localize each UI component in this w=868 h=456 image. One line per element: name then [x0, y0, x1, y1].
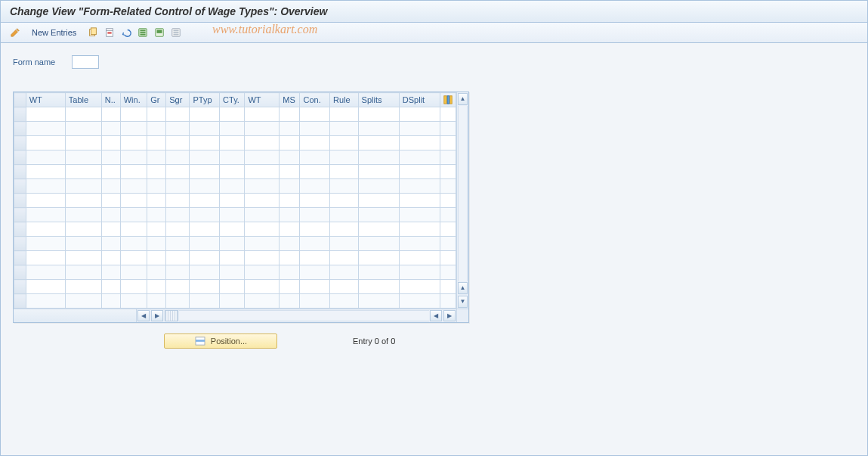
- table-row[interactable]: [14, 107, 456, 122]
- vertical-scrollbar[interactable]: ▲ ▲ ▼: [456, 92, 468, 309]
- scroll-left-button[interactable]: ◀: [137, 310, 150, 321]
- grid-cell[interactable]: [245, 251, 280, 265]
- grid-cell[interactable]: [300, 208, 330, 222]
- grid-cell[interactable]: [358, 179, 399, 194]
- grid-cell[interactable]: [101, 237, 120, 251]
- col-header[interactable]: WT: [245, 93, 280, 107]
- col-header[interactable]: Win.: [120, 93, 147, 107]
- grid-cell[interactable]: [65, 222, 101, 237]
- grid-cell[interactable]: [280, 150, 300, 165]
- row-selector[interactable]: [14, 165, 26, 179]
- row-selector[interactable]: [14, 208, 26, 222]
- col-header[interactable]: Table: [65, 93, 101, 107]
- grid-cell[interactable]: [220, 107, 245, 122]
- grid-cell[interactable]: [26, 265, 65, 280]
- row-selector[interactable]: [14, 179, 26, 194]
- grid-cell[interactable]: [245, 294, 280, 309]
- new-entries-button[interactable]: New Entries: [25, 26, 83, 39]
- table-row[interactable]: [14, 194, 456, 208]
- grid-cell[interactable]: [358, 136, 399, 150]
- grid-cell[interactable]: [166, 294, 190, 309]
- grid-cell[interactable]: [300, 122, 330, 136]
- grid-cell[interactable]: [330, 251, 359, 265]
- grid-cell[interactable]: [26, 280, 65, 294]
- grid-cell[interactable]: [166, 237, 190, 251]
- grid-cell[interactable]: [147, 237, 166, 251]
- horizontal-scrollbar[interactable]: ◀ ▶ ◀ ▶: [14, 309, 468, 322]
- grid-cell[interactable]: [101, 265, 120, 280]
- select-all-icon[interactable]: [136, 26, 150, 39]
- row-selector[interactable]: [14, 222, 26, 237]
- configure-columns-icon[interactable]: [440, 93, 456, 107]
- col-header[interactable]: WT: [26, 93, 65, 107]
- grid-cell[interactable]: [245, 280, 280, 294]
- grid-cell[interactable]: [220, 265, 245, 280]
- grid-cell[interactable]: [220, 222, 245, 237]
- grid-cell[interactable]: [220, 208, 245, 222]
- grid-cell[interactable]: [147, 294, 166, 309]
- grid-cell[interactable]: [147, 280, 166, 294]
- grid-cell[interactable]: [101, 208, 120, 222]
- table-row[interactable]: [14, 265, 456, 280]
- grid-cell[interactable]: [190, 237, 220, 251]
- scroll-down-button[interactable]: ▼: [458, 296, 468, 308]
- grid-cell[interactable]: [399, 107, 440, 122]
- table-row[interactable]: [14, 237, 456, 251]
- grid-cell[interactable]: [190, 107, 220, 122]
- grid-cell[interactable]: [399, 265, 440, 280]
- grid-cell[interactable]: [65, 294, 101, 309]
- position-button[interactable]: Position...: [164, 333, 277, 349]
- grid-cell[interactable]: [190, 194, 220, 208]
- grid-cell[interactable]: [245, 265, 280, 280]
- grid-cell[interactable]: [300, 294, 330, 309]
- grid-cell[interactable]: [330, 122, 359, 136]
- copy-icon[interactable]: [86, 26, 100, 39]
- grid-cell[interactable]: [358, 251, 399, 265]
- grid-cell[interactable]: [26, 294, 65, 309]
- grid-cell[interactable]: [101, 222, 120, 237]
- grid-cell[interactable]: [358, 165, 399, 179]
- grid-cell[interactable]: [101, 107, 120, 122]
- grid-cell[interactable]: [245, 222, 280, 237]
- grid-cell[interactable]: [147, 222, 166, 237]
- table-row[interactable]: [14, 222, 456, 237]
- grid-cell[interactable]: [358, 107, 399, 122]
- grid-cell[interactable]: [300, 222, 330, 237]
- grid-cell[interactable]: [220, 251, 245, 265]
- delete-icon[interactable]: [103, 26, 116, 39]
- grid-cell[interactable]: [245, 165, 280, 179]
- grid-cell[interactable]: [399, 237, 440, 251]
- select-block-icon[interactable]: [153, 26, 166, 39]
- grid-cell[interactable]: [358, 222, 399, 237]
- grid-cell[interactable]: [65, 107, 101, 122]
- grid-cell[interactable]: [166, 208, 190, 222]
- grid-cell[interactable]: [300, 107, 330, 122]
- grid-cell[interactable]: [26, 237, 65, 251]
- table-row[interactable]: [14, 280, 456, 294]
- grid-cell[interactable]: [220, 122, 245, 136]
- grid-cell[interactable]: [147, 122, 166, 136]
- grid-cell[interactable]: [101, 179, 120, 194]
- grid-cell[interactable]: [120, 237, 147, 251]
- grid-cell[interactable]: [65, 150, 101, 165]
- grid-cell[interactable]: [330, 222, 359, 237]
- table-row[interactable]: [14, 122, 456, 136]
- grid-cell[interactable]: [330, 179, 359, 194]
- grid-cell[interactable]: [300, 237, 330, 251]
- grid-cell[interactable]: [399, 280, 440, 294]
- grid-cell[interactable]: [300, 179, 330, 194]
- grid-cell[interactable]: [65, 122, 101, 136]
- grid-cell[interactable]: [399, 122, 440, 136]
- grid-cell[interactable]: [101, 294, 120, 309]
- grid-cell[interactable]: [399, 179, 440, 194]
- grid-cell[interactable]: [147, 251, 166, 265]
- grid-cell[interactable]: [101, 280, 120, 294]
- grid-cell[interactable]: [147, 179, 166, 194]
- grid-cell[interactable]: [280, 251, 300, 265]
- grid-cell[interactable]: [120, 265, 147, 280]
- grid-cell[interactable]: [190, 251, 220, 265]
- col-header[interactable]: DSplit: [399, 93, 440, 107]
- grid-cell[interactable]: [26, 107, 65, 122]
- grid-cell[interactable]: [280, 208, 300, 222]
- edit-pencil-icon[interactable]: [8, 26, 22, 39]
